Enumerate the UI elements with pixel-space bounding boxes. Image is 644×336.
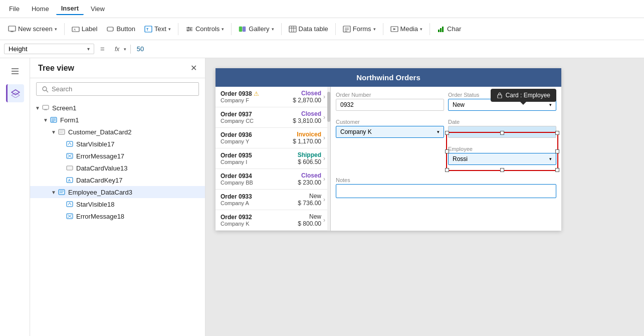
- fx-button[interactable]: fx ▾: [111, 45, 131, 54]
- tree-item-form1[interactable]: ▼ Form1: [30, 114, 205, 126]
- tree-item-starvisible17[interactable]: StarVisible17: [30, 138, 205, 150]
- svg-rect-0: [9, 26, 16, 31]
- card-icon-employee: [57, 188, 66, 197]
- search-input[interactable]: [52, 85, 193, 93]
- customer-select[interactable]: Company K ▾: [336, 126, 444, 138]
- order-form: Card : Employee Order Number Order Statu…: [331, 87, 561, 231]
- starvisible17-label: StarVisible17: [76, 140, 201, 148]
- notes-input[interactable]: [336, 184, 556, 198]
- card-tooltip-text: Card : Employee: [506, 92, 550, 99]
- order-info-0935: Order 0935 Company I: [221, 152, 298, 165]
- order-info-0938: Order 0938 ⚠ Company F: [221, 90, 293, 103]
- new-screen-chevron: ▾: [55, 27, 57, 32]
- controls-button[interactable]: Controls ▾: [181, 23, 228, 35]
- employee-select[interactable]: Rossi ▾: [448, 153, 556, 165]
- employee-datacard3-label: Employee_DataCard3: [68, 189, 201, 196]
- svg-rect-28: [442, 27, 444, 32]
- screen1-label: Screen1: [52, 104, 201, 112]
- order-row-0937[interactable]: Order 0937 Company CC Closed $ 3,810.00 …: [216, 107, 330, 128]
- data-table-button[interactable]: Data table: [285, 23, 332, 35]
- label-button[interactable]: A Label: [68, 23, 102, 35]
- menu-view[interactable]: View: [86, 3, 110, 15]
- arrow-0935: ›: [323, 155, 325, 162]
- order-row-0936[interactable]: Order 0936 Company Y Invoiced $ 1,170.00…: [216, 128, 330, 148]
- gallery-button[interactable]: Gallery ▾: [235, 23, 278, 35]
- company-0933: Company A: [221, 200, 298, 206]
- list-scrollbar-track: [327, 87, 330, 231]
- tree-item-employee-datacard3[interactable]: ▼ Employee_DataCard3: [30, 186, 205, 198]
- customer-label: Customer: [336, 119, 444, 125]
- menu-file[interactable]: File: [4, 3, 25, 15]
- amount-0937: $ 3,810.00: [293, 117, 321, 124]
- menu-insert[interactable]: Insert: [56, 3, 84, 15]
- sidebar-menu-icon[interactable]: [6, 62, 24, 80]
- svg-point-11: [187, 27, 189, 28]
- order-num-0936: Order 0936: [221, 131, 293, 138]
- form1-label: Form1: [60, 116, 201, 124]
- separator: [64, 23, 65, 35]
- svg-text:fx: fx: [115, 46, 120, 53]
- svg-rect-40: [51, 117, 57, 122]
- notes-field: Notes: [336, 177, 556, 198]
- menu-home[interactable]: Home: [27, 3, 54, 15]
- tree-item-errormessage17[interactable]: ErrorMessage17: [30, 150, 205, 162]
- order-num-0937: Order 0937: [221, 111, 293, 118]
- amount-0934: $ 230.00: [298, 179, 321, 186]
- date-input[interactable]: [448, 126, 556, 138]
- canvas-area: Northwind Orders Order 0938 ⚠ Company F: [205, 58, 644, 336]
- media-button[interactable]: Media ▾: [386, 23, 426, 35]
- customer-datacard2-label: Customer_DataCard2: [68, 128, 201, 136]
- list-scrollbar-thumb[interactable]: [327, 92, 330, 122]
- tree-item-datacardvalue13[interactable]: DataCardValue13: [30, 162, 205, 174]
- new-screen-button[interactable]: New screen ▾: [4, 23, 61, 35]
- svg-rect-26: [438, 30, 440, 32]
- tree-close-button[interactable]: ✕: [190, 63, 197, 73]
- fx-icon: fx: [115, 46, 122, 53]
- company-0935: Company I: [221, 159, 298, 165]
- status-0938: Closed: [293, 90, 321, 97]
- gallery-label: Gallery: [249, 25, 269, 33]
- tree-item-screen1[interactable]: ▼ Screen1: [30, 102, 205, 114]
- forms-button[interactable]: Forms ▾: [339, 23, 380, 35]
- order-row-0933[interactable]: Order 0933 Company A New $ 736.00 ›: [216, 190, 330, 210]
- tree-title: Tree view: [38, 64, 74, 73]
- tree-item-datacardkey17[interactable]: A DataCardKey17: [30, 174, 205, 186]
- errormessage17-label: ErrorMessage17: [76, 152, 201, 160]
- order-row-0935[interactable]: Order 0935 Company I Shipped $ 606.50 ›: [216, 148, 330, 169]
- lock-icon: [497, 92, 503, 98]
- text-button[interactable]: T Text ▾: [140, 23, 175, 35]
- separator3: [231, 23, 232, 35]
- order-row-0938[interactable]: Order 0938 ⚠ Company F Closed $ 2,870.00…: [216, 87, 330, 107]
- chart-button[interactable]: Char: [433, 23, 465, 35]
- order-num-0935: Order 0935: [221, 152, 298, 159]
- company-0938: Company F: [221, 97, 293, 103]
- media-chevron: ▾: [420, 27, 422, 32]
- separator2: [178, 23, 178, 35]
- order-row-0932[interactable]: Order 0932 Company K New $ 800.00 ›: [216, 210, 330, 231]
- svg-rect-5: [107, 27, 113, 31]
- order-num-0933: Order 0933: [221, 193, 298, 200]
- order-number-label: Order Number: [336, 92, 444, 98]
- tree-item-errormessage18[interactable]: ErrorMessage18: [30, 210, 205, 222]
- formula-value[interactable]: 50: [133, 44, 640, 54]
- screen-icon: [8, 25, 16, 33]
- card-icon-tree: [57, 127, 66, 136]
- card-tooltip: Card : Employee: [491, 89, 556, 102]
- svg-rect-14: [239, 27, 242, 32]
- button-button[interactable]: Button: [102, 23, 139, 35]
- property-selector[interactable]: Height ▾: [4, 44, 94, 54]
- screen-icon-tree: [41, 103, 50, 112]
- sidebar-layers-icon[interactable]: [6, 84, 24, 102]
- gallery-chevron: ▾: [272, 27, 274, 32]
- tree-item-customer-datacard2[interactable]: ▼ Customer_DataCard2: [30, 126, 205, 138]
- search-icon: [42, 86, 49, 93]
- errormessage18-label: ErrorMessage18: [76, 213, 201, 220]
- controls-label: Controls: [195, 25, 220, 33]
- employee-field: Employee Rossi ▾: [448, 146, 556, 165]
- customer-field: Customer Company K ▾: [336, 119, 444, 138]
- search-box[interactable]: [36, 82, 199, 96]
- starvisible18-label: StarVisible18: [76, 201, 201, 208]
- tree-item-starvisible18[interactable]: StarVisible18: [30, 198, 205, 210]
- order-row-0934[interactable]: Order 0934 Company BB Closed $ 230.00 ›: [216, 169, 330, 190]
- order-number-input[interactable]: [336, 99, 444, 111]
